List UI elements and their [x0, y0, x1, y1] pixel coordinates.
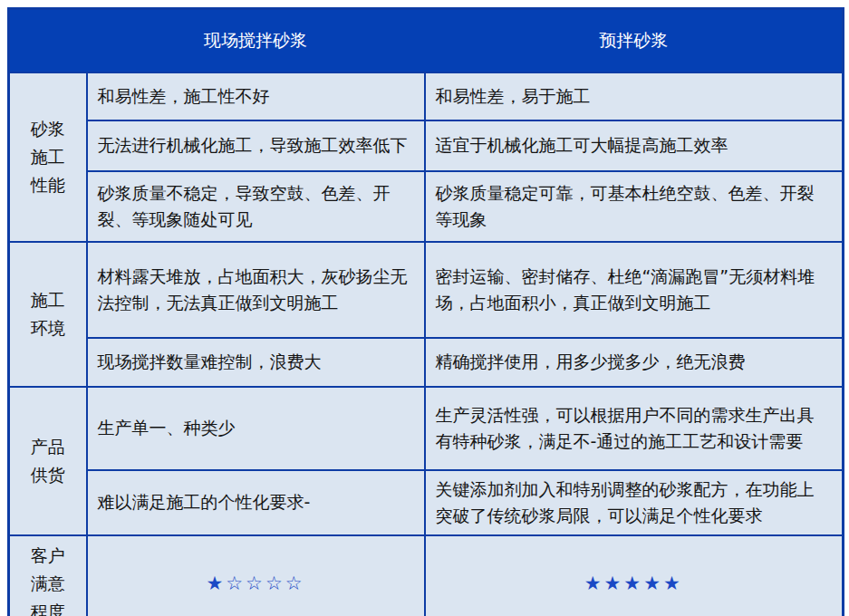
table-row: 难以满足施工的个性化要求- 关键添加剂加入和特别调整的砂浆配方，在功能上突破了传…	[9, 470, 844, 535]
table-row: 施工 环境 材料露天堆放，占地面积大，灰砂扬尘无法控制，无法真正做到文明施工 密…	[9, 242, 844, 338]
cell-site-environment-waste: 现场搅拌数量难控制，浪费大	[87, 338, 425, 387]
cell-premix-performance-mechanization: 适宜于机械化施工可大幅提高施工效率	[425, 120, 844, 171]
group-label-mortar-construction-performance: 砂浆 施工 性能	[9, 72, 87, 242]
table-row: 现场搅拌数量难控制，浪费大 精确搅拌使用，用多少搅多少，绝无浪费	[9, 338, 844, 387]
table-row: 客户 满意 程度 ★☆☆☆☆ ★★★★★	[9, 535, 844, 616]
group-label-customer-satisfaction: 客户 满意 程度	[9, 535, 87, 616]
cell-site-environment-storage: 材料露天堆放，占地面积大，灰砂扬尘无法控制，无法真正做到文明施工	[87, 242, 425, 338]
cell-site-supply-customization: 难以满足施工的个性化要求-	[87, 470, 425, 535]
page: 现场搅拌砂浆 预拌砂浆 砂浆 施工 性能 和易性差，施工性不好 和易性差，易于施…	[0, 0, 849, 616]
table-row: 砂浆 施工 性能 和易性差，施工性不好 和易性差，易于施工	[9, 72, 844, 120]
header-corner-cell	[9, 9, 87, 72]
table-header: 现场搅拌砂浆 预拌砂浆	[9, 9, 844, 72]
cell-site-performance-mechanization: 无法进行机械化施工，导致施工效率低下	[87, 120, 425, 171]
mortar-comparison-table: 现场搅拌砂浆 预拌砂浆 砂浆 施工 性能 和易性差，施工性不好 和易性差，易于施…	[7, 7, 844, 616]
cell-premix-performance-workability: 和易性差，易于施工	[425, 72, 844, 120]
cell-premix-performance-quality: 砂浆质量稳定可靠，可基本杜绝空鼓、色差、开裂等现象	[425, 171, 844, 242]
group-label-construction-environment: 施工 环境	[9, 242, 87, 387]
site-star-rating: ★☆☆☆☆	[87, 535, 425, 616]
cell-site-performance-workability: 和易性差，施工性不好	[87, 72, 425, 120]
header-premixed-mortar: 预拌砂浆	[425, 9, 844, 72]
premix-star-rating: ★★★★★	[425, 535, 844, 616]
table-row: 无法进行机械化施工，导致施工效率低下 适宜于机械化施工可大幅提高施工效率	[9, 120, 844, 171]
cell-premix-environment-waste: 精确搅拌使用，用多少搅多少，绝无浪费	[425, 338, 844, 387]
table-row: 产品 供货 生产单一、种类少 生产灵活性强，可以根据用户不同的需求生产出具有特种…	[9, 387, 844, 470]
cell-site-supply-variety: 生产单一、种类少	[87, 387, 425, 470]
cell-premix-supply-variety: 生产灵活性强，可以根据用户不同的需求生产出具有特种砂浆，满足不-通过的施工工艺和…	[425, 387, 844, 470]
cell-premix-supply-customization: 关键添加剂加入和特别调整的砂浆配方，在功能上突破了传统砂浆局限，可以满足个性化要…	[425, 470, 844, 535]
group-label-product-supply: 产品 供货	[9, 387, 87, 535]
header-site-mixed-mortar: 现场搅拌砂浆	[87, 9, 425, 72]
table-row: 砂浆质量不稳定，导致空鼓、色差、开裂、等现象随处可见 砂浆质量稳定可靠，可基本杜…	[9, 171, 844, 242]
cell-premix-environment-storage: 密封运输、密封储存、杜绝“滴漏跑冒”无须材料堆场，占地面积小，真正做到文明施工	[425, 242, 844, 338]
cell-site-performance-quality: 砂浆质量不稳定，导致空鼓、色差、开裂、等现象随处可见	[87, 171, 425, 242]
